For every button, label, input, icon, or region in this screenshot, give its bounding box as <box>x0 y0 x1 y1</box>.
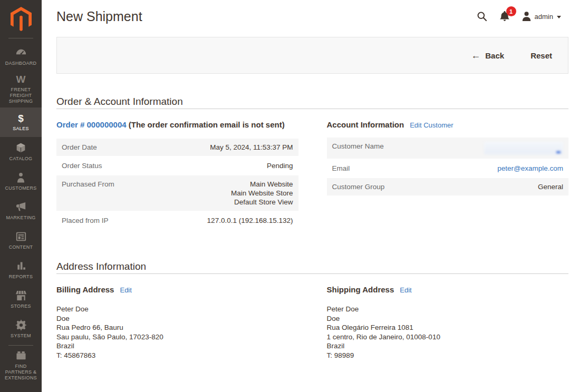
customer-email-link[interactable]: peter@example.com <box>497 164 563 172</box>
order-heading: Order # 000000004 (The order confirmatio… <box>56 120 298 130</box>
sidebar-item-system[interactable]: System <box>0 314 42 344</box>
sidebar-item-frenet-freight-shipping[interactable]: W Frenet Freight Shipping <box>0 71 42 107</box>
table-row: Customer Name <box>327 138 569 159</box>
table-row: Customer Group General <box>327 178 569 195</box>
sales-icon: $ <box>18 113 24 124</box>
store-line: Default Store View <box>231 198 293 207</box>
shipping-address-text: Peter Doe Doe Rua Olegário Ferreira 1081… <box>327 305 569 360</box>
order-number-link[interactable]: Order # 000000004 <box>56 120 127 129</box>
sidebar-item-reports[interactable]: Reports <box>0 255 42 285</box>
address-line: Peter Doe <box>56 305 298 314</box>
edit-shipping-address-link[interactable]: Edit <box>400 285 411 296</box>
row-value: May 5, 2024, 11:53:37 PM <box>210 143 293 152</box>
address-columns: Billing Address Edit Peter Doe Doe Rua P… <box>56 285 568 360</box>
row-label: Email <box>332 164 350 173</box>
address-line: Peter Doe <box>327 305 569 314</box>
sidebar-item-catalog[interactable]: Catalog <box>0 137 42 166</box>
back-button-label: Back <box>485 51 504 60</box>
page-content: Order & Account Information Order # 0000… <box>42 96 579 360</box>
sidebar-item-content[interactable]: Content <box>0 226 42 255</box>
header-actions: 1 admin <box>477 11 561 22</box>
sidebar-item-customers[interactable]: Customers <box>0 166 42 196</box>
extensions-icon <box>15 350 27 361</box>
main-area: New Shipment 1 admin ← Back Reset <box>42 0 579 392</box>
sidebar-item-label: Frenet Freight Shipping <box>2 87 40 104</box>
order-info-table: Order Date May 5, 2024, 11:53:37 PM Orde… <box>56 139 298 229</box>
address-line: T: 45867863 <box>56 351 298 360</box>
billing-address-title: Billing Address <box>56 285 114 295</box>
row-label: Order Status <box>62 161 102 170</box>
sidebar-item-find-partners-extensions[interactable]: Find Partners & Extensions <box>0 347 42 384</box>
sidebar-item-dashboard[interactable]: Dashboard <box>0 42 42 71</box>
address-line: Doe <box>56 314 298 324</box>
chevron-down-icon <box>557 16 561 18</box>
sidebar-divider <box>8 38 33 38</box>
page-actions-toolbar: ← Back Reset <box>56 37 568 74</box>
table-row: Email peter@example.com <box>327 160 569 177</box>
shipping-address-title: Shipping Address <box>327 285 394 295</box>
address-line: Rua Olegário Ferreira 1081 <box>327 323 569 332</box>
admin-sidebar: Dashboard W Frenet Freight Shipping $ Sa… <box>0 0 42 392</box>
stores-icon <box>15 290 27 301</box>
address-line: 1 centro, Rio de Janeiro, 01008-010 <box>327 332 569 342</box>
billing-address-column: Billing Address Edit Peter Doe Doe Rua P… <box>56 285 298 360</box>
sidebar-item-label: Find Partners & Extensions <box>2 364 40 381</box>
row-label: Placed from IP <box>62 216 109 225</box>
reports-icon <box>16 260 26 272</box>
row-label: Customer Group <box>332 182 385 191</box>
sidebar-item-label: Catalog <box>9 156 33 162</box>
back-button[interactable]: ← Back <box>471 51 504 60</box>
store-line: Main Website <box>231 180 293 189</box>
store-line: Main Website Store <box>231 189 293 198</box>
order-email-note: (The order confirmation email is not sen… <box>129 120 285 129</box>
row-value: 127.0.0.1 (192.168.15.132) <box>207 216 293 225</box>
address-section-title: Address Information <box>56 261 568 274</box>
magento-logo-icon <box>10 7 32 31</box>
catalog-icon <box>15 142 26 154</box>
sidebar-divider <box>8 345 33 346</box>
row-label: Order Date <box>62 143 97 152</box>
address-line: Brazil <box>56 341 298 351</box>
row-value: Pending <box>267 161 293 170</box>
notifications-button[interactable]: 1 <box>500 11 509 22</box>
row-value: peter@example.com <box>497 164 563 173</box>
sidebar-item-label: System <box>11 333 31 339</box>
sidebar-item-label: Content <box>9 244 33 250</box>
admin-username: admin <box>535 13 553 21</box>
address-line: Sau paulu, São Paulo, 17023-820 <box>56 332 298 342</box>
account-information-title: Account Information <box>327 120 404 130</box>
sidebar-item-label: Reports <box>9 274 33 280</box>
reset-button[interactable]: Reset <box>530 51 552 60</box>
sidebar-item-marketing[interactable]: Marketing <box>0 196 42 226</box>
table-row: Purchased From Main Website Main Website… <box>56 175 298 211</box>
row-label: Customer Name <box>332 142 384 151</box>
sidebar-item-label: Marketing <box>6 215 35 221</box>
magento-logo[interactable] <box>0 0 42 36</box>
address-line: Brazil <box>327 341 569 351</box>
marketing-icon <box>15 201 27 213</box>
sidebar-item-label: Dashboard <box>5 61 37 66</box>
sidebar-item-label: Sales <box>13 126 29 132</box>
dashboard-icon <box>15 47 27 58</box>
system-icon <box>15 319 27 331</box>
page-title: New Shipment <box>56 9 477 24</box>
account-information-column: Account Information Edit Customer Custom… <box>327 120 569 230</box>
sidebar-item-sales[interactable]: $ Sales <box>0 107 42 137</box>
address-line: Doe <box>327 314 569 324</box>
user-icon <box>522 12 531 21</box>
table-row: Order Date May 5, 2024, 11:53:37 PM <box>56 139 298 156</box>
search-icon <box>477 11 487 22</box>
notification-badge: 1 <box>506 6 516 16</box>
admin-menu-button[interactable]: admin <box>522 12 561 21</box>
shipping-address-heading: Shipping Address Edit <box>327 285 569 296</box>
row-label: Purchased From <box>62 180 114 189</box>
edit-billing-address-link[interactable]: Edit <box>120 285 131 296</box>
row-value: Main Website Main Website Store Default … <box>231 180 293 207</box>
sidebar-item-label: Stores <box>11 303 31 309</box>
search-button[interactable] <box>477 11 487 22</box>
sidebar-item-stores[interactable]: Stores <box>0 285 42 314</box>
sidebar-item-label: Customers <box>5 185 36 191</box>
shipping-address-column: Shipping Address Edit Peter Doe Doe Rua … <box>327 285 569 360</box>
content-icon <box>16 231 26 242</box>
edit-customer-link[interactable]: Edit Customer <box>410 120 453 131</box>
